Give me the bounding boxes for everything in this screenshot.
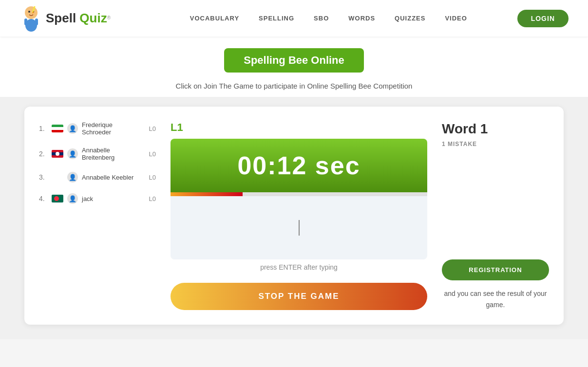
list-item: 1. 👤 Frederique Schroeder L0 [39, 121, 156, 136]
word-panel: Word 1 1 MISTAKE REGISTRATION and you ca… [442, 121, 549, 310]
avatar: 👤 [67, 172, 78, 183]
level-label: L1 [171, 121, 427, 134]
hero-subtitle: Click on Join The Game to participate in… [0, 80, 588, 92]
flag-laos-icon [52, 150, 63, 158]
nav-bar: VOCABULARY SPELLING SBO WORDS QUIZZES VI… [140, 15, 517, 22]
logo-text: Spell Quiz® [46, 11, 111, 26]
player-rank: 4. [39, 195, 48, 202]
logo-character-icon [19, 5, 43, 32]
leaderboard: 1. 👤 Frederique Schroeder L0 2. 👤 Annabe… [39, 121, 156, 310]
player-score: L0 [142, 195, 156, 202]
press-enter-hint: press ENTER after typing [171, 263, 427, 275]
progress-bar [171, 192, 427, 196]
nav-spelling[interactable]: SPELLING [259, 15, 294, 22]
avatar: 👤 [67, 193, 78, 204]
svg-point-0 [25, 6, 38, 19]
timer-display: 00:12 sec [171, 139, 427, 192]
avatar: 👤 [67, 148, 78, 159]
flag-bangladesh-icon [52, 195, 63, 202]
player-rank: 2. [39, 150, 48, 158]
hero-section: Spelling Bee Online Click on Join The Ga… [0, 37, 588, 97]
nav-video[interactable]: VIDEO [445, 15, 467, 22]
player-rank: 3. [39, 173, 48, 181]
main-content: 1. 👤 Frederique Schroeder L0 2. 👤 Annabe… [0, 97, 588, 339]
game-card: 1. 👤 Frederique Schroeder L0 2. 👤 Annabe… [24, 107, 564, 325]
player-name: jack [82, 195, 138, 202]
player-name: Frederique Schroeder [82, 121, 138, 136]
hero-badge: Spelling Bee Online [224, 48, 364, 73]
svg-rect-4 [24, 18, 27, 25]
player-score: L0 [142, 174, 156, 181]
player-rank: 1. [39, 125, 48, 132]
progress-bar-fill [171, 192, 243, 196]
player-score: L0 [142, 125, 156, 132]
stop-game-button[interactable]: STOP THE GAME [171, 283, 427, 310]
header: Spell Quiz® VOCABULARY SPELLING SBO WORD… [0, 0, 588, 37]
player-name: Annabelle Breitenberg [82, 147, 138, 161]
list-item: 2. 👤 Annabelle Breitenberg L0 [39, 147, 156, 161]
result-text: and you can see the result of your game. [442, 288, 549, 310]
nav-vocabulary[interactable]: VOCABULARY [190, 15, 239, 22]
svg-rect-5 [35, 18, 38, 25]
list-item: 3. 👤 Annabelle Keebler L0 [39, 172, 156, 183]
logo: Spell Quiz® [19, 5, 111, 32]
nav-words[interactable]: WORDS [348, 15, 375, 22]
text-cursor-icon [299, 220, 300, 236]
timer-text: 00:12 sec [237, 151, 360, 180]
player-name: Annabelle Keebler [82, 174, 138, 181]
flag-none-icon [52, 173, 63, 181]
flag-iran-icon [52, 125, 63, 132]
game-area: L1 00:12 sec press ENTER after typing ST… [171, 121, 427, 310]
avatar: 👤 [67, 123, 78, 134]
mistake-badge: 1 MISTAKE [442, 141, 477, 147]
svg-point-2 [28, 11, 30, 13]
login-button[interactable]: LOGIN [517, 10, 569, 27]
registration-button[interactable]: REGISTRATION [442, 259, 549, 280]
list-item: 4. 👤 jack L0 [39, 193, 156, 204]
word-title: Word 1 [442, 121, 488, 137]
answer-input-area[interactable] [171, 196, 427, 259]
nav-quizzes[interactable]: QUIZZES [395, 15, 425, 22]
player-score: L0 [142, 150, 156, 158]
nav-sbo[interactable]: SBO [314, 15, 329, 22]
